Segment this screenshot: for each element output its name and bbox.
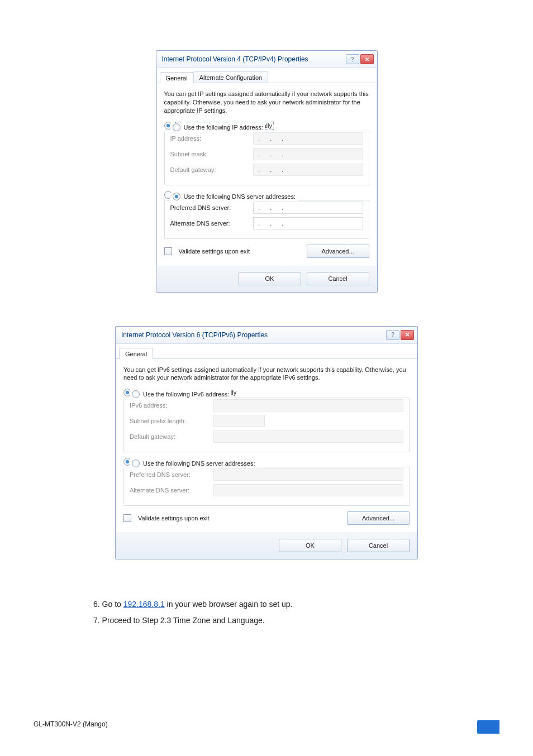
use-following-ipv6-radio[interactable]: Use the following IPv6 address: xyxy=(130,390,231,398)
radio-icon xyxy=(132,390,140,398)
tab-general[interactable]: General xyxy=(160,72,194,83)
validate-checkbox[interactable]: Validate settings upon exit xyxy=(164,247,250,255)
cancel-button[interactable]: Cancel xyxy=(307,272,369,285)
use-following-ipv6-label: Use the following IPv6 address: xyxy=(143,391,229,398)
checkbox-icon xyxy=(123,514,131,522)
alternate-dns-input xyxy=(213,484,403,496)
ipv6-properties-dialog: Internet Protocol Version 6 (TCP/IPv6) P… xyxy=(115,326,418,560)
use-following-dns-label: Use the following DNS server addresses: xyxy=(184,193,296,200)
description-text: You can get IPv6 settings assigned autom… xyxy=(123,366,410,382)
ipv6-address-label: IPv6 address: xyxy=(130,402,213,409)
preferred-dns-input[interactable]: ... xyxy=(253,202,363,214)
preferred-dns-label: Preferred DNS server: xyxy=(170,204,254,211)
alternate-dns-input[interactable]: ... xyxy=(253,217,363,229)
subnet-mask-input: ... xyxy=(253,148,363,160)
tab-alternate-configuration[interactable]: Alternate Configuration xyxy=(193,71,269,83)
default-gateway-label: Default gateway: xyxy=(170,166,254,173)
step-7-text: 7. Proceed to Step 2.3 Time Zone and Lan… xyxy=(93,615,440,626)
description-text: You can get IP settings assigned automat… xyxy=(164,90,369,115)
close-icon[interactable]: ✕ xyxy=(401,330,414,340)
tabstrip: General Alternate Configuration xyxy=(156,68,377,83)
ok-button[interactable]: OK xyxy=(279,539,341,552)
use-following-dns-radio[interactable]: Use the following DNS server addresses: xyxy=(170,193,298,200)
dialog-title: Internet Protocol Version 4 (TCP/IPv4) P… xyxy=(162,55,308,63)
validate-label: Validate settings upon exit xyxy=(138,515,210,521)
advanced-button[interactable]: Advanced... xyxy=(307,245,369,258)
help-icon[interactable]: ? xyxy=(346,54,359,64)
step-6-post: in your web browser again to set up. xyxy=(165,600,293,609)
step-6-pre: 6. Go to xyxy=(93,600,123,609)
radio-icon xyxy=(132,460,140,467)
titlebar: Internet Protocol Version 6 (TCP/IPv6) P… xyxy=(116,327,417,344)
help-icon[interactable]: ? xyxy=(386,330,399,340)
instruction-steps: 6. Go to 192.168.8.1 in your web browser… xyxy=(93,599,440,626)
dialog-title: Internet Protocol Version 6 (TCP/IPv6) P… xyxy=(121,331,268,339)
page-footer-left: GL-MT300N-V2 (Mango) xyxy=(34,720,108,734)
validate-checkbox[interactable]: Validate settings upon exit xyxy=(123,514,210,522)
advanced-button[interactable]: Advanced... xyxy=(347,511,410,525)
ip-address-label: IP address: xyxy=(170,135,254,142)
checkbox-icon xyxy=(164,247,172,255)
use-following-ip-label: Use the following IP address: xyxy=(184,124,263,131)
default-gateway-input xyxy=(213,430,403,443)
use-following-dns-label: Use the following DNS server addresses: xyxy=(143,460,255,467)
ip-address-input: ... xyxy=(253,132,363,145)
ok-button[interactable]: OK xyxy=(239,272,301,285)
ipv6-address-input xyxy=(213,399,403,412)
subnet-prefix-input xyxy=(213,415,265,427)
alternate-dns-label: Alternate DNS server: xyxy=(170,220,254,227)
close-icon[interactable]: ✕ xyxy=(360,54,374,64)
cancel-button[interactable]: Cancel xyxy=(347,539,410,552)
default-gateway-input: ... xyxy=(253,164,363,176)
radio-icon xyxy=(173,123,180,131)
admin-url-link[interactable]: 192.168.8.1 xyxy=(123,600,165,609)
subnet-mask-label: Subnet mask: xyxy=(170,151,254,157)
validate-label: Validate settings upon exit xyxy=(179,248,250,255)
tab-general[interactable]: General xyxy=(119,348,153,359)
tabstrip: General xyxy=(116,344,417,359)
ipv4-properties-dialog: Internet Protocol Version 4 (TCP/IPv4) P… xyxy=(156,50,378,293)
preferred-dns-input xyxy=(213,468,403,481)
subnet-prefix-label: Subnet prefix length: xyxy=(130,418,213,424)
use-following-ip-radio[interactable]: Use the following IP address: xyxy=(170,123,265,131)
page-footer-brand-block xyxy=(477,720,499,734)
titlebar: Internet Protocol Version 4 (TCP/IPv4) P… xyxy=(156,51,377,68)
preferred-dns-label: Preferred DNS server: xyxy=(130,471,213,478)
alternate-dns-label: Alternate DNS server: xyxy=(130,487,213,494)
use-following-dns-radio[interactable]: Use the following DNS server addresses: xyxy=(130,460,258,467)
radio-icon xyxy=(173,193,180,200)
default-gateway-label: Default gateway: xyxy=(130,433,213,440)
